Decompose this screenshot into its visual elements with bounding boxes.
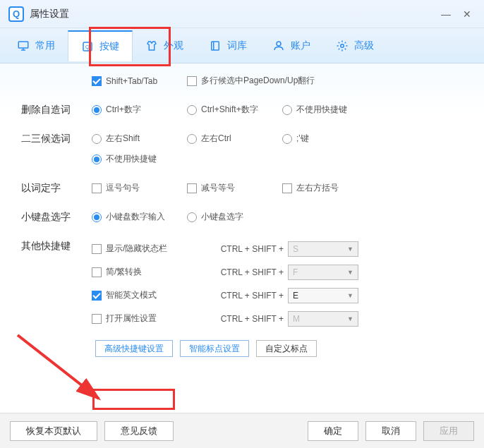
chk-comma[interactable]: 逗号句号	[92, 178, 187, 198]
radio-icon	[187, 212, 197, 222]
radio-lr-shift[interactable]: 左右Shift	[92, 128, 187, 149]
checkbox-icon	[92, 183, 102, 193]
radio-cand-none[interactable]: 不使用快捷键	[92, 149, 470, 169]
footer: 恢复本页默认 意见反馈 确定 取消 应用	[0, 413, 484, 448]
opt-shift-tab[interactable]: Shift+Tab/Tab	[92, 71, 187, 91]
chk-status[interactable]: 显示/隐藏状态栏	[92, 238, 203, 259]
sc-prefix: CTRL + SHIFT +	[203, 314, 288, 324]
section-numpad: 小键盘选字	[21, 207, 92, 224]
section-del-word: 删除自造词	[21, 99, 92, 116]
cancel-button[interactable]: 取消	[365, 421, 416, 441]
close-button[interactable]: ✕	[459, 6, 476, 23]
skin-icon	[145, 40, 158, 52]
window-title: 属性设置	[30, 8, 433, 20]
select-prop-key[interactable]: M▼	[288, 311, 358, 327]
radio-icon	[187, 134, 197, 144]
tab-dict[interactable]: 词库	[196, 31, 260, 61]
radio-icon	[92, 155, 102, 164]
radio-icon	[92, 105, 102, 115]
ok-button[interactable]: 确定	[308, 421, 358, 441]
checkbox-icon	[282, 183, 292, 193]
checkbox-icon	[92, 244, 102, 254]
chk-smart-en[interactable]: 智能英文模式	[92, 285, 203, 305]
select-smart-en-key[interactable]: E▼	[288, 288, 358, 303]
minimize-button[interactable]: —	[437, 6, 454, 23]
svg-rect-5	[212, 42, 219, 50]
svg-point-7	[277, 42, 281, 46]
radio-numpad-select[interactable]: 小键盘选字	[187, 207, 282, 227]
tab-keys[interactable]: Q按键	[68, 30, 133, 61]
radio-ctrl-num[interactable]: Ctrl+数字	[92, 99, 187, 120]
radio-icon	[282, 134, 292, 144]
radio-lr-ctrl[interactable]: 左右Ctrl	[187, 128, 282, 149]
tabs: 常用 Q按键 外观 词库 账户 高级	[0, 28, 484, 63]
section-candidate23: 二三候选词	[21, 128, 92, 145]
select-status-key[interactable]: S▼	[288, 241, 358, 257]
chevron-down-icon: ▼	[347, 246, 353, 253]
radio-icon	[187, 105, 197, 115]
checkbox-icon	[92, 314, 102, 324]
custom-punc-button[interactable]: 自定义标点	[256, 340, 317, 357]
checkbox-icon	[187, 183, 197, 193]
chk-open-prop[interactable]: 打开属性设置	[92, 308, 203, 329]
restore-button[interactable]: 恢复本页默认	[10, 421, 97, 441]
chk-bracket[interactable]: 左右方括号	[282, 178, 377, 198]
tab-common[interactable]: 常用	[4, 31, 68, 61]
feedback-button[interactable]: 意见反馈	[104, 421, 174, 441]
svg-rect-0	[18, 42, 28, 48]
monitor-icon	[17, 40, 30, 52]
app-logo-icon: Q	[8, 6, 24, 22]
select-trad-key[interactable]: F▼	[288, 265, 358, 280]
apply-button[interactable]: 应用	[423, 421, 474, 441]
smart-punc-button[interactable]: 智能标点设置	[180, 340, 249, 357]
checkbox-icon	[92, 76, 102, 86]
opt-pagedown[interactable]: 多行候选中PageDown/Up翻行	[187, 71, 315, 91]
adv-shortcut-button[interactable]: 高级快捷键设置	[95, 340, 173, 357]
content-area: Shift+Tab/Tab 多行候选中PageDown/Up翻行 删除自造词 C…	[0, 63, 484, 413]
tab-skin[interactable]: 外观	[133, 31, 196, 61]
svg-text:Q: Q	[85, 44, 90, 50]
radio-numpad-input[interactable]: 小键盘数字输入	[92, 207, 187, 227]
sc-prefix: CTRL + SHIFT +	[203, 244, 288, 254]
radio-icon	[92, 212, 102, 222]
checkbox-icon	[92, 291, 102, 301]
gear-icon	[336, 40, 349, 52]
radio-semi[interactable]: ;'键	[282, 128, 377, 149]
chevron-down-icon: ▼	[347, 315, 353, 322]
chevron-down-icon: ▼	[347, 269, 353, 276]
user-icon	[272, 40, 285, 52]
chevron-down-icon: ▼	[347, 292, 353, 299]
checkbox-icon	[187, 76, 197, 86]
sc-prefix: CTRL + SHIFT +	[203, 267, 288, 277]
book-icon	[209, 40, 222, 52]
section-wordfix: 以词定字	[21, 178, 92, 195]
radio-icon	[282, 105, 292, 115]
tab-account[interactable]: 账户	[260, 31, 323, 61]
radio-del-none[interactable]: 不使用快捷键	[282, 99, 377, 120]
titlebar: Q 属性设置 — ✕	[0, 0, 484, 28]
checkbox-icon	[92, 267, 102, 277]
chk-trad[interactable]: 简/繁转换	[92, 262, 203, 282]
key-icon: Q	[81, 40, 94, 53]
radio-icon	[92, 134, 102, 144]
svg-point-8	[341, 44, 344, 47]
sc-prefix: CTRL + SHIFT +	[203, 291, 288, 301]
radio-ctrl-shift-num[interactable]: Ctrl+Shift+数字	[187, 99, 282, 120]
tab-advanced[interactable]: 高级	[323, 31, 387, 61]
section-other: 其他快捷键	[21, 236, 92, 253]
chk-minus[interactable]: 减号等号	[187, 178, 282, 198]
